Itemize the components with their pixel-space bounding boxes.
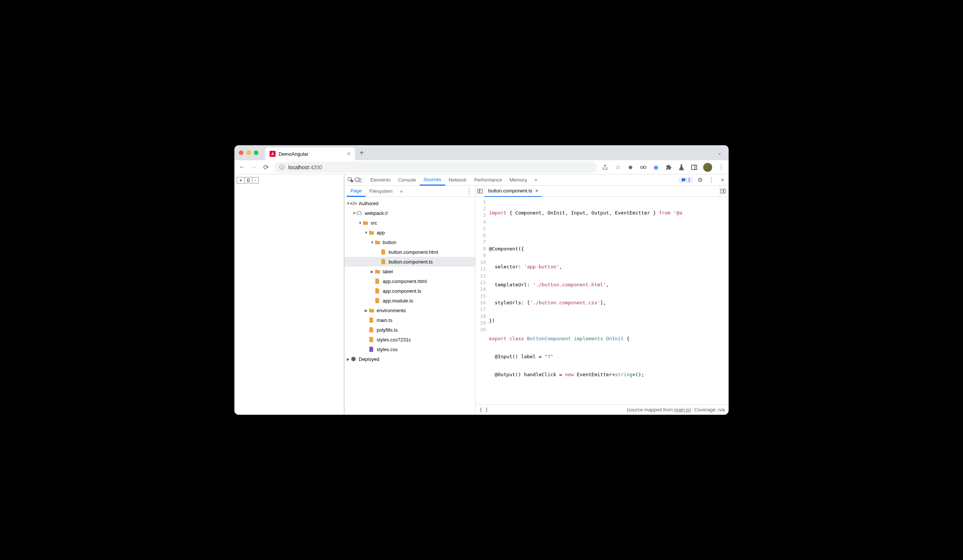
cloud-icon	[357, 210, 362, 216]
bookmark-icon[interactable]: ☆	[614, 163, 621, 171]
main-content: + 0 - Elements Console Sources Network P…	[234, 175, 729, 415]
reload-button[interactable]: ⟳	[262, 163, 269, 172]
profile-avatar[interactable]	[703, 163, 712, 172]
maximize-window-button[interactable]	[254, 151, 258, 155]
file-icon	[374, 288, 380, 294]
tab-more[interactable]: »	[531, 175, 541, 186]
navigator-menu-icon[interactable]: ⋮	[465, 188, 473, 195]
site-info-icon[interactable]: ⓘ	[279, 164, 285, 171]
tree-authored[interactable]: ▼</>Authored	[344, 198, 475, 208]
nav-tab-filesystem[interactable]: Filesystem	[365, 186, 396, 197]
devtools-tab-bar: Elements Console Sources Network Perform…	[344, 175, 729, 186]
labs-icon[interactable]	[678, 163, 685, 171]
toggle-debugger-icon[interactable]	[720, 186, 729, 196]
new-tab-button[interactable]: +	[360, 149, 364, 157]
chrome-menu-icon[interactable]: ⋮	[717, 163, 725, 171]
tree-app-module[interactable]: app.module.ts	[344, 296, 475, 306]
file-icon	[380, 249, 386, 255]
tree-styles-css[interactable]: styles.css	[344, 345, 475, 354]
folder-icon	[362, 220, 368, 226]
close-tab-icon[interactable]: ×	[347, 151, 350, 157]
tree-main-ts[interactable]: main.ts	[344, 315, 475, 325]
pretty-print-icon[interactable]: { }	[479, 407, 488, 413]
tree-webpack[interactable]: ▼webpack://	[344, 208, 475, 218]
tab-search-button[interactable]: ⌄	[717, 150, 724, 156]
close-window-button[interactable]	[239, 151, 243, 155]
editor-tab-active[interactable]: button.component.ts ×	[485, 186, 542, 197]
tab-network[interactable]: Network	[445, 175, 471, 186]
devtools-body: Page Filesystem » ⋮ ▼</>Authored ▼webpac…	[344, 186, 729, 415]
extensions-icon[interactable]	[665, 163, 673, 171]
inspect-element-icon[interactable]	[347, 176, 354, 184]
tab-memory[interactable]: Memory	[506, 175, 531, 186]
tree-app[interactable]: ▼app	[344, 228, 475, 237]
angular-favicon: A	[269, 151, 276, 157]
file-tree: ▼</>Authored ▼webpack:// ▼src ▼app ▼butt…	[344, 197, 475, 415]
toolbar: ← → ⟳ ⓘ localhost:4200 ☆ ☻ ◉ ⋮	[234, 160, 729, 175]
code-icon: </>	[350, 200, 357, 206]
svg-point-1	[644, 166, 646, 168]
devtools-menu-icon[interactable]: ⋮	[708, 176, 715, 184]
address-bar[interactable]: ⓘ localhost:4200	[274, 162, 597, 173]
editor-tab-bar: button.component.ts ×	[475, 186, 729, 197]
extension-icon-2[interactable]	[639, 163, 647, 171]
tree-src[interactable]: ▼src	[344, 218, 475, 228]
svg-rect-6	[355, 178, 359, 181]
source-map-link[interactable]: main.js	[674, 407, 690, 413]
tree-app-html[interactable]: app.component.html	[344, 276, 475, 286]
side-panel-icon[interactable]	[691, 163, 698, 171]
tree-environments[interactable]: ▶environments	[344, 306, 475, 315]
device-toolbar-icon[interactable]	[354, 176, 362, 184]
editor-tab-filename: button.component.ts	[488, 188, 532, 194]
tree-app-ts[interactable]: app.component.ts	[344, 286, 475, 296]
tree-deployed[interactable]: ▶Deployed	[344, 354, 475, 364]
file-icon	[368, 327, 374, 333]
file-icon	[368, 346, 374, 352]
extension-icon-1[interactable]: ☻	[627, 163, 634, 171]
editor-pane: button.component.ts × 123456789101112131…	[475, 186, 729, 415]
browser-tab[interactable]: A DemoAngular ×	[265, 147, 355, 160]
tab-elements[interactable]: Elements	[366, 175, 394, 186]
coverage-info: Coverage: n/a	[694, 407, 725, 413]
issues-count: 1	[688, 177, 691, 183]
tab-console[interactable]: Console	[394, 175, 420, 186]
deployed-icon	[350, 356, 357, 362]
folder-icon	[368, 230, 374, 235]
navigator-tabs: Page Filesystem » ⋮	[344, 186, 475, 197]
source-map-info: (source mapped from main.js)	[627, 407, 692, 413]
issues-badge[interactable]: 1	[679, 177, 693, 183]
close-editor-tab-icon[interactable]: ×	[535, 188, 538, 194]
file-icon	[374, 298, 380, 304]
forward-button[interactable]: →	[250, 163, 258, 171]
url-port: :4200	[309, 164, 322, 170]
minus-button[interactable]: -	[252, 177, 258, 183]
source-code: import { Component, OnInit, Input, Outpu…	[489, 197, 683, 404]
settings-icon[interactable]: ⚙	[696, 176, 704, 184]
extension-icon-3[interactable]: ◉	[652, 163, 660, 171]
back-button[interactable]: ←	[238, 163, 246, 171]
tree-button-folder[interactable]: ▼button	[344, 237, 475, 247]
share-icon[interactable]	[601, 163, 609, 171]
tab-performance[interactable]: Performance	[470, 175, 506, 186]
file-icon	[374, 278, 380, 284]
nav-tab-page[interactable]: Page	[347, 186, 365, 197]
minimize-window-button[interactable]	[246, 151, 251, 155]
editor-status-bar: { } (source mapped from main.js) Coverag…	[475, 404, 729, 415]
plus-button[interactable]: +	[237, 177, 245, 183]
nav-tab-more[interactable]: »	[397, 186, 407, 197]
svg-rect-3	[692, 165, 697, 170]
tree-label-folder[interactable]: ▶label	[344, 267, 475, 276]
svg-rect-11	[720, 189, 725, 193]
webpage-viewport: + 0 -	[234, 175, 344, 415]
tree-button-ts[interactable]: button.component.ts	[344, 257, 475, 267]
tab-sources[interactable]: Sources	[420, 175, 445, 186]
toggle-navigator-icon[interactable]	[475, 186, 485, 196]
tree-polyfills[interactable]: polyfills.ts	[344, 325, 475, 335]
svg-point-0	[640, 166, 643, 168]
tree-button-html[interactable]: button.component.html	[344, 247, 475, 257]
close-devtools-icon[interactable]: ×	[719, 176, 726, 184]
svg-rect-8	[359, 178, 361, 182]
tree-styles-q[interactable]: styles.css?231c	[344, 335, 475, 345]
code-editor[interactable]: 1234567891011121314151617181920 import {…	[475, 197, 729, 404]
counter-value: 0	[245, 177, 252, 183]
